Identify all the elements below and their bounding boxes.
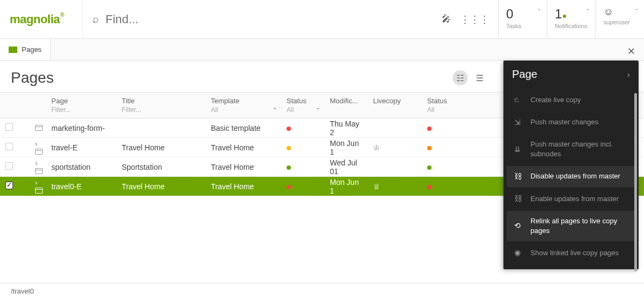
- cell-page: sportstation: [46, 163, 116, 171]
- logo[interactable]: magnolia®: [0, 0, 82, 38]
- col-livecopy[interactable]: Livecopy: [368, 92, 422, 118]
- action-item: ⇊Push master changes incl. subnodes: [507, 134, 635, 164]
- cell-title: Travel Home: [116, 143, 205, 152]
- page-title: Pages: [11, 69, 54, 87]
- cell-status: [281, 143, 324, 152]
- action-icon: ⇲: [514, 117, 524, 128]
- apps-icon[interactable]: ⋮⋮⋮: [460, 14, 489, 25]
- action-panel: Page› ⎌Create live copy⇲Push master chan…: [503, 61, 639, 269]
- checkbox[interactable]: [5, 143, 13, 150]
- col-title[interactable]: TitleFilter...: [116, 92, 205, 118]
- chevron-right-icon[interactable]: ›: [627, 70, 630, 79]
- page-icon: [35, 168, 43, 174]
- expand-icon[interactable]: ›: [35, 179, 37, 187]
- chevron-down-icon: ⌄: [586, 5, 590, 11]
- action-label: Push master changes: [530, 117, 599, 127]
- action-item[interactable]: ⟲Relink all pages to live copy pages: [507, 211, 635, 241]
- page-icon: [35, 188, 43, 194]
- cell-modified: Thu May 2: [324, 119, 368, 137]
- page-icon: [35, 149, 43, 155]
- cell-title: Sportstation: [116, 163, 205, 171]
- cell-status: [281, 163, 324, 171]
- cell-page: travel-E: [46, 143, 116, 152]
- action-icon: ⇊: [514, 144, 524, 155]
- search-bar: ⌕: [82, 0, 433, 38]
- checkbox[interactable]: [5, 162, 13, 170]
- action-icon: ⎌: [514, 95, 524, 105]
- chevron-down-icon: ⌄: [634, 5, 639, 11]
- user-cell[interactable]: ☺ superuser ⌄: [595, 0, 644, 38]
- checkbox[interactable]: [5, 123, 13, 131]
- expand-icon[interactable]: ›: [35, 140, 37, 148]
- cell-template: Travel Home: [205, 182, 281, 191]
- action-label: Create live copy: [530, 95, 581, 105]
- tab-pages[interactable]: Pages: [0, 39, 51, 60]
- action-label: Relink all pages to live copy pages: [530, 216, 628, 236]
- cell-template: Basic template: [205, 124, 281, 132]
- action-icon: ⟲: [514, 221, 524, 231]
- checkbox[interactable]: [5, 182, 13, 189]
- col-template[interactable]: TemplateAll⌄: [205, 92, 281, 118]
- cell-livecopy: [368, 163, 422, 171]
- chevron-down-icon: ⌄: [537, 5, 541, 11]
- cell-status2: [422, 182, 487, 191]
- search-icon[interactable]: ⌕: [92, 13, 99, 25]
- status-bar: /travel0: [0, 283, 644, 299]
- cell-livecopy: ♕: [368, 182, 422, 191]
- list-view-button[interactable]: ☰: [472, 70, 487, 85]
- action-label: Show linked live copy pages: [530, 248, 619, 258]
- col-status[interactable]: StatusAll⌄: [281, 92, 324, 118]
- cell-livecopy: ♔: [368, 143, 422, 152]
- mic-icon[interactable]: 🎤︎: [442, 14, 452, 25]
- cell-title: Travel Home: [116, 182, 205, 191]
- cell-page: travel0-E: [46, 182, 116, 191]
- chevron-down-icon: ⌄: [273, 104, 277, 110]
- action-label: Push master changes incl. subnodes: [530, 139, 628, 159]
- cell-status2: [422, 163, 487, 171]
- page-icon: [35, 125, 43, 131]
- action-label: Disable updates from master: [530, 171, 620, 181]
- action-item[interactable]: ⛓Disable updates from master: [507, 166, 635, 188]
- action-icon: ◉: [514, 248, 524, 258]
- cell-modified: Mon Jun 1: [324, 178, 368, 195]
- cell-status: [281, 124, 324, 132]
- user-icon: ☺: [603, 6, 636, 18]
- action-item: ◉Show linked live copy pages: [507, 242, 635, 264]
- tasks-cell[interactable]: 0 Tasks ⌄: [498, 0, 547, 38]
- scrollbar[interactable]: [634, 93, 637, 271]
- cell-template: Travel Home: [205, 163, 281, 171]
- cell-modified: Wed Jul 01: [324, 158, 368, 176]
- cell-status2: [422, 143, 487, 152]
- tree-view-button[interactable]: ☷: [453, 70, 468, 85]
- action-label: Enable updates from master: [530, 194, 619, 204]
- expand-icon[interactable]: ›: [35, 160, 37, 167]
- col-page[interactable]: PageFilter...: [46, 92, 116, 118]
- search-input[interactable]: [105, 12, 423, 26]
- action-icon: ⛓: [514, 194, 524, 204]
- action-item: ⇲Push master changes: [507, 112, 635, 134]
- cell-livecopy: [368, 124, 422, 132]
- cell-template: Travel Home: [205, 143, 281, 152]
- cell-modified: Mon Jun 1: [324, 139, 368, 156]
- chevron-down-icon: ⌄: [316, 104, 320, 110]
- notifications-cell[interactable]: 1 Notifications ⌄: [547, 0, 595, 38]
- cell-status2: [422, 124, 487, 132]
- close-icon[interactable]: ✕: [627, 45, 635, 57]
- action-item: ⛓Enable updates from master: [507, 188, 635, 210]
- panel-title: Page: [512, 68, 537, 81]
- col-modified[interactable]: Modific...: [324, 92, 368, 118]
- action-item: ⎌Create live copy: [507, 89, 635, 111]
- cell-page: marketing-form-: [46, 124, 116, 132]
- action-icon: ⛓: [514, 171, 524, 182]
- col-status2[interactable]: StatusAll: [422, 92, 487, 118]
- pages-app-icon: [9, 46, 17, 53]
- cell-status: [281, 182, 324, 191]
